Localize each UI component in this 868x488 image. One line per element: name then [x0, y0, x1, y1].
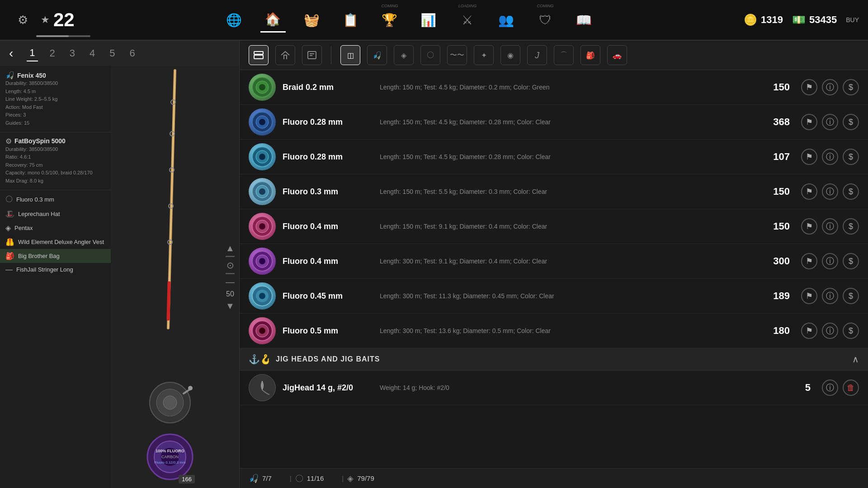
filter-car[interactable]: 🚗 — [607, 45, 627, 65]
filter-profile[interactable] — [302, 45, 322, 65]
filter-bait[interactable]: ◉ — [500, 45, 520, 65]
rod-svg — [130, 66, 220, 337]
fluoro04b-sell-btn[interactable]: $ — [843, 253, 859, 269]
tab-2[interactable]: 2 — [47, 46, 58, 61]
filter-line[interactable]: 〜〜 — [447, 45, 467, 65]
jighead14-desc: Weight: 14 g; Hook: #2/0 — [380, 384, 777, 391]
nav-profile[interactable]: 📋 — [338, 7, 363, 33]
equip-fenix450[interactable]: 🎣 Fenix 450 Durability: 38500/38500 Leng… — [0, 68, 111, 130]
fluoro04a-info-btn[interactable]: ⓘ — [822, 218, 838, 235]
spool-svg: 100% FLUORO CARBON Fluoro 0.12/0.3 mm — [145, 432, 195, 482]
circle-dot[interactable]: ⊙ — [226, 260, 234, 271]
line-status-value: 11/16 — [307, 474, 324, 482]
list-item-fluoro028a[interactable]: Fluoro 0.28 mm Length: 150 m; Test: 4.5 … — [240, 105, 868, 140]
filter-hook[interactable]: ◈ — [394, 45, 414, 65]
fluoro04a-sell-btn[interactable]: $ — [843, 218, 859, 235]
down-arrow[interactable]: ▼ — [226, 301, 235, 311]
nav-currencies: 🪙 1319 💵 53435 BUY — [744, 14, 859, 26]
equip-vest[interactable]: 🦺 Wild Element Deluxe Angler Vest — [0, 235, 111, 249]
fluoro028a-info-btn[interactable]: ⓘ — [822, 114, 838, 130]
jig-section-toggle[interactable]: ∧ — [852, 354, 859, 365]
equip-fishjail[interactable]: — FishJail Stringer Long — [0, 263, 111, 277]
fluoro045-desc: Length: 300 m; Test: 11.3 kg; Diameter: … — [380, 292, 756, 300]
pentax-icon: ◈ — [5, 224, 11, 232]
jig-section-header[interactable]: ⚓🪝 JIG HEADS AND JIG BAITS ∧ — [240, 348, 868, 371]
fluoro05-sell-btn[interactable]: $ — [843, 323, 859, 339]
tab-4[interactable]: 4 — [87, 46, 98, 61]
fluoro045-info-btn[interactable]: ⓘ — [822, 288, 838, 304]
list-item-fluoro05[interactable]: Fluoro 0.5 mm Length: 300 m; Test: 13.6 … — [240, 314, 868, 348]
nav-shield[interactable]: COMING 🛡 — [533, 7, 558, 33]
jighead14-delete-btn[interactable]: 🗑 — [843, 380, 859, 396]
settings-icon[interactable]: ⚙ — [9, 6, 36, 33]
filter-all[interactable]: ◫ — [340, 45, 360, 65]
fluoro05-info-btn[interactable]: ⓘ — [822, 323, 838, 339]
filter-storage[interactable] — [249, 45, 269, 65]
svg-point-42 — [259, 258, 265, 264]
tab-5[interactable]: 5 — [107, 46, 118, 61]
back-button[interactable]: ‹ — [9, 46, 13, 61]
tab-1[interactable]: 1 — [27, 45, 38, 61]
filter-bag[interactable]: 🎒 — [580, 45, 600, 65]
equip-fatboyspin[interactable]: ⚙ FatBoySpin 5000 Durability: 38500/3850… — [0, 134, 111, 188]
fluoro028b-equip-btn[interactable]: ⚑ — [801, 149, 817, 165]
braid02-sell-btn[interactable]: $ — [843, 79, 859, 95]
gold-currency: 🪙 1319 — [744, 14, 783, 26]
fluoro028a-sell-btn[interactable]: $ — [843, 114, 859, 130]
fluoro04b-info-btn[interactable]: ⓘ — [822, 253, 838, 269]
filter-lure[interactable]: 〇 — [420, 45, 440, 65]
fluoro04b-equip-btn[interactable]: ⚑ — [801, 253, 817, 269]
fluoro03-info-btn[interactable]: ⓘ — [822, 183, 838, 200]
nav-friends[interactable]: 👥 — [494, 7, 519, 33]
tab-3[interactable]: 3 — [67, 46, 78, 61]
equip-pentax[interactable]: ◈ Pentax — [0, 221, 111, 235]
tab-6[interactable]: 6 — [127, 46, 138, 61]
fluoro028b-info-btn[interactable]: ⓘ — [822, 149, 838, 165]
braid02-equip-btn[interactable]: ⚑ — [801, 79, 817, 95]
list-item-jighead14[interactable]: JigHead 14 g, #2/0 Weight: 14 g; Hook: #… — [240, 371, 868, 405]
filter-hook2[interactable]: J — [527, 45, 547, 65]
fluoro04b-name: Fluoro 0.4 mm — [283, 257, 373, 266]
list-item-fluoro045[interactable]: Fluoro 0.45 mm Length: 300 m; Test: 11.3… — [240, 279, 868, 314]
list-item-fluoro028b[interactable]: Fluoro 0.28 mm Length: 150 m; Test: 4.5 … — [240, 140, 868, 174]
filter-rod[interactable]: 🎣 — [367, 45, 387, 65]
spool-fluoro04a — [249, 213, 276, 240]
list-item-fluoro04a[interactable]: Fluoro 0.4 mm Length: 150 m; Test: 9.1 k… — [240, 209, 868, 244]
nav-trophy[interactable]: COMING 🏆 — [377, 7, 402, 33]
equip-bigbrotherbag[interactable]: 🎒 Big Brother Bag — [0, 249, 111, 263]
equip-fluoro03[interactable]: 〇 Fluoro 0.3 mm — [0, 192, 111, 207]
braid02-info-btn[interactable]: ⓘ — [822, 79, 838, 95]
fluoro04a-equip-btn[interactable]: ⚑ — [801, 218, 817, 235]
fluoro028b-sell-btn[interactable]: $ — [843, 149, 859, 165]
equip-leprechaun[interactable]: 🎩 Leprechaun Hat — [0, 207, 111, 221]
minus-line[interactable]: — — [226, 277, 235, 287]
nav-center-icons: 🌐 🏠 🧺 📋 COMING 🏆 📊 LOADING ⚔ 👥 COMING 🛡 … — [75, 7, 744, 33]
nav-home[interactable]: 🏠 — [260, 7, 286, 33]
fluoro028a-equip-btn[interactable]: ⚑ — [801, 114, 817, 130]
fluoro028a-name: Fluoro 0.28 mm — [283, 117, 373, 127]
buy-label: BUY — [846, 16, 859, 23]
jig-section-icon: ⚓🪝 — [249, 354, 271, 365]
fluoro05-equip-btn[interactable]: ⚑ — [801, 323, 817, 339]
fluoro03-equip-btn[interactable]: ⚑ — [801, 183, 817, 200]
list-item-fluoro03[interactable]: Fluoro 0.3 mm Length: 150 m; Test: 5.5 k… — [240, 174, 868, 209]
filter-home[interactable] — [275, 45, 295, 65]
fluoro03-sell-btn[interactable]: $ — [843, 183, 859, 200]
home-svg — [280, 50, 291, 61]
nav-book[interactable]: 📖 — [571, 7, 597, 33]
filter-feather[interactable]: ✦ — [474, 45, 494, 65]
nav-basket[interactable]: 🧺 — [299, 7, 325, 33]
filter-rod2[interactable]: ⌒ — [554, 45, 574, 65]
fluoro045-equip-btn[interactable]: ⚑ — [801, 288, 817, 304]
list-item-fluoro04b[interactable]: Fluoro 0.4 mm Length: 300 m; Test: 9.1 k… — [240, 244, 868, 279]
line-spool-item: 100% FLUORO CARBON Fluoro 0.12/0.3 mm 16… — [145, 432, 195, 483]
nav-stats[interactable]: 📊 — [416, 7, 441, 33]
up-arrow[interactable]: ▲ — [226, 243, 235, 253]
fluoro045-sell-btn[interactable]: $ — [843, 288, 859, 304]
jighead14-info-btn[interactable]: ⓘ — [822, 380, 838, 396]
nav-globe[interactable]: 🌐 — [222, 7, 247, 33]
coming-badge-battle: LOADING — [458, 4, 477, 8]
list-item-braid02[interactable]: Braid 0.2 mm Length: 150 m; Test: 4.5 kg… — [240, 70, 868, 105]
fluoro04a-actions: ⚑ ⓘ $ — [801, 218, 859, 235]
nav-battle[interactable]: LOADING ⚔ — [455, 7, 480, 33]
